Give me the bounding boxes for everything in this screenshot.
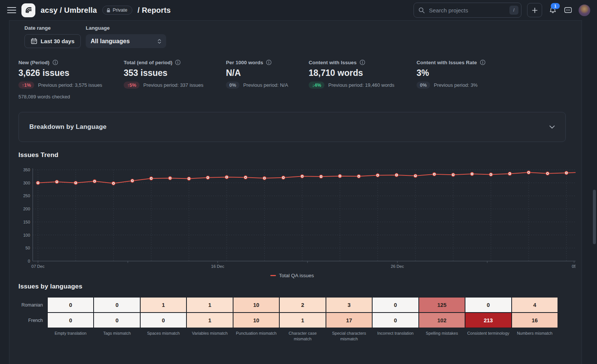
heatmap-column-label: Special characters mismatch: [326, 328, 372, 342]
kpi-previous-period: Previous period: 3%: [434, 82, 477, 88]
language-filter: Language All languages: [86, 25, 166, 48]
info-icon[interactable]: [359, 59, 365, 65]
info-icon[interactable]: [266, 59, 272, 65]
calendar-icon: [31, 38, 37, 44]
svg-text:150: 150: [23, 220, 30, 224]
heatmap-column-label: Variables mismatch: [186, 328, 233, 342]
kpi-card: Content with Issues18,710 words↓4%Previo…: [309, 59, 417, 100]
heatmap-cell: 4: [512, 297, 558, 313]
heatmap-cell: 1: [279, 313, 326, 328]
kpi-extra-note: 578,089 words checked: [18, 94, 124, 100]
kpi-label: Per 1000 words: [226, 59, 309, 65]
heatmap-cell: 16: [512, 313, 558, 328]
kpi-label: New (Period): [18, 59, 124, 65]
kpi-change-badge: ↑1%: [18, 82, 34, 89]
heatmap-row-label: French: [18, 313, 47, 328]
breakdown-title: Breakdown by Language: [29, 123, 106, 131]
heatmap-column-label: Character case mismatch: [279, 328, 326, 342]
heatmap-cell: 3: [326, 297, 372, 313]
issues-trend-svg: 05010015020025030035007 Dec16 Dec26 Dec0…: [18, 164, 576, 270]
heatmap-cell: 1: [140, 297, 186, 313]
plus-icon: [532, 7, 538, 14]
legend-label: Total QA issues: [279, 273, 314, 278]
kpi-label: Content with Issues: [309, 59, 417, 65]
kpi-previous-period: Previous period: 3,575 issues: [38, 82, 102, 88]
heatmap-cell: 0: [47, 297, 94, 313]
info-icon[interactable]: [52, 59, 58, 65]
date-range-label: Date range: [24, 25, 81, 31]
language-select[interactable]: All languages: [86, 34, 166, 48]
select-arrows-icon: [158, 39, 161, 44]
svg-text:100: 100: [23, 233, 30, 237]
create-new-button[interactable]: [527, 3, 542, 17]
top-bar: acsy / Umbrella Private / Reports /: [0, 0, 597, 20]
kpi-value: 3,626 issues: [18, 68, 124, 78]
kpi-change-badge: ↓4%: [309, 82, 324, 89]
kpi-label: Content with Issues Rate: [417, 59, 529, 65]
heatmap-cell: 0: [94, 297, 140, 313]
search-icon: [418, 7, 425, 14]
date-range-value: Last 30 days: [41, 38, 74, 44]
kpi-card: Content with Issues Rate3%0%Previous per…: [417, 59, 529, 100]
breakdown-by-language-panel[interactable]: Breakdown by Language: [18, 112, 566, 142]
heatmap-cell: 10: [233, 297, 279, 313]
kpi-change-badge: 0%: [226, 82, 239, 89]
date-range-filter: Date range Last 30 days: [24, 25, 81, 48]
issues-by-languages-heatmap: Romanian00111023012504French000110117010…: [18, 297, 558, 342]
language-select-value: All languages: [91, 38, 130, 45]
heatmap-column-label: Spaces mismatch: [140, 328, 186, 342]
svg-text:250: 250: [23, 193, 30, 198]
date-range-button[interactable]: Last 30 days: [24, 34, 81, 48]
feedback-button[interactable]: [563, 6, 573, 15]
heatmap-cell: 0: [372, 297, 418, 313]
heatmap-cell: 125: [419, 297, 465, 313]
heatmap-column-label: Consistent terminology: [465, 328, 511, 342]
search-input[interactable]: [428, 7, 506, 14]
heatmap-column-label: Incorrect translation: [372, 328, 418, 342]
heatmap-column-label: Empty translation: [47, 328, 94, 342]
heatmap-row-label: Romanian: [18, 297, 47, 313]
heatmap-cell: 0: [372, 313, 418, 328]
kpi-card: Total (end of period)353 issues↑5%Previo…: [124, 59, 226, 100]
svg-text:05: 05: [572, 264, 576, 269]
svg-text:350: 350: [23, 168, 30, 172]
heatmap-column-label: Spelling mistakes: [419, 328, 465, 342]
kpi-row: New (Period)3,626 issues↑1%Previous peri…: [18, 59, 582, 100]
kpi-previous-period: Previous period: 19,460 words: [328, 82, 394, 88]
notification-count-badge: 1: [551, 3, 560, 9]
kpi-card: Per 1000 wordsN/A0%Previous period: N/A: [226, 59, 309, 100]
user-avatar[interactable]: [579, 5, 590, 16]
chevron-down-icon[interactable]: [549, 125, 555, 129]
heatmap-column-label: Tags mismatch: [94, 328, 140, 342]
info-icon[interactable]: [480, 59, 486, 65]
notifications-button[interactable]: 1: [548, 6, 558, 15]
vertical-scrollbar-thumb[interactable]: [593, 190, 596, 244]
heatmap-cell: 102: [419, 313, 465, 328]
heatmap-cell: 0: [140, 313, 186, 328]
heatmap-cell: 2: [279, 297, 326, 313]
heatmap-cell: 0: [94, 313, 140, 328]
lock-icon: [106, 8, 111, 13]
menu-icon[interactable]: [7, 7, 16, 13]
issues-by-languages-title: Issues by languages: [18, 283, 582, 290]
heatmap-column-label: Punctuation mismatch: [233, 328, 279, 342]
chat-icon: [564, 7, 572, 14]
kpi-value: 3%: [417, 68, 529, 78]
kpi-value: 18,710 words: [309, 68, 417, 78]
filters-row: Date range Last 30 days Language All lan…: [24, 25, 582, 48]
app-logo[interactable]: [21, 3, 35, 17]
heatmap-cell: 0: [465, 297, 511, 313]
svg-text:0: 0: [28, 259, 30, 263]
language-label: Language: [86, 25, 166, 31]
svg-text:26 Dec: 26 Dec: [391, 264, 404, 269]
svg-text:300: 300: [23, 181, 30, 185]
heatmap-corner-spacer: [18, 328, 47, 342]
heatmap-cell: 17: [326, 313, 372, 328]
info-icon[interactable]: [175, 59, 181, 65]
breadcrumb-project[interactable]: acsy / Umbrella: [41, 6, 97, 15]
search-box[interactable]: /: [414, 3, 521, 18]
heatmap-column-label: Numbers mismatch: [512, 328, 558, 342]
heatmap-cell: 1: [186, 297, 233, 313]
issues-trend-title: Issues Trend: [18, 151, 582, 159]
breadcrumb-section: / Reports: [138, 6, 171, 15]
